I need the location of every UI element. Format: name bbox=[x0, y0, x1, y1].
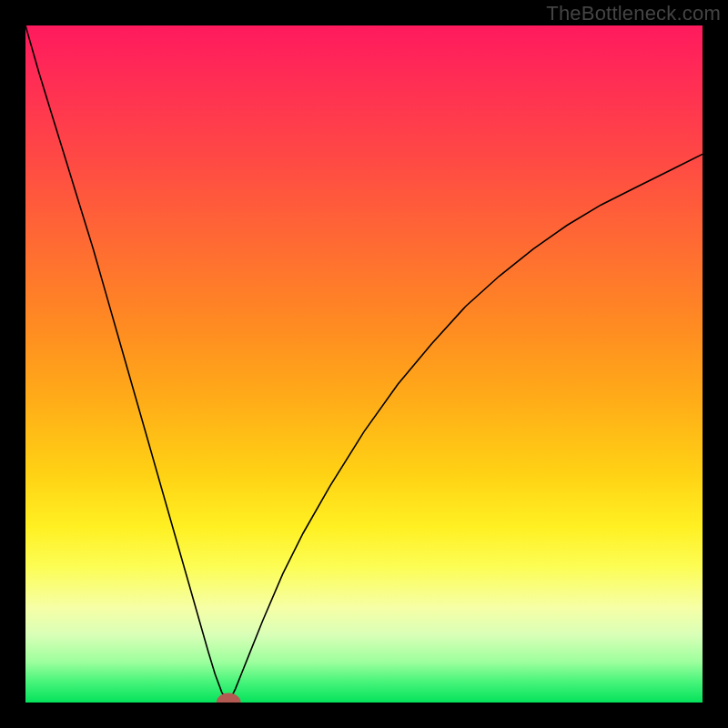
curve-left-branch bbox=[25, 25, 228, 703]
curve-layer bbox=[25, 25, 703, 703]
plot-area bbox=[25, 25, 703, 703]
watermark-text: TheBottleneck.com bbox=[546, 2, 721, 25]
minimum-marker bbox=[220, 696, 238, 703]
chart-frame: TheBottleneck.com bbox=[0, 0, 728, 728]
curve-right-branch bbox=[228, 154, 703, 703]
